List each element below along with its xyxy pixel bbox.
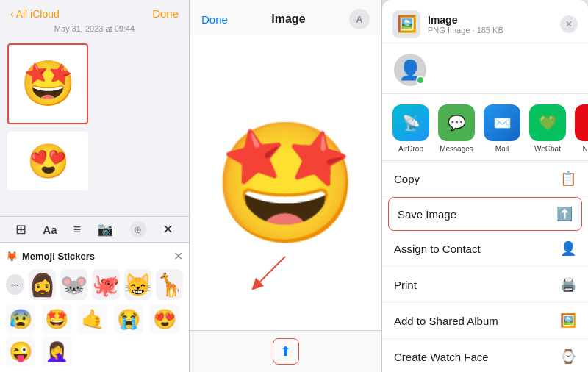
- camera-icon[interactable]: 📷: [97, 221, 113, 237]
- close-keyboard-icon[interactable]: ✕: [162, 221, 173, 237]
- second-image[interactable]: 😍: [7, 132, 88, 190]
- middle-title: Image: [271, 12, 305, 26]
- sticker-item-6[interactable]: 😜: [6, 337, 35, 366]
- action-list: Copy 📋 Save Image ⬆️ Assign to Contact 👤…: [382, 161, 588, 372]
- done-button-left[interactable]: Done: [152, 7, 179, 20]
- mail-icon: ✉️: [484, 104, 520, 141]
- image-list: 🤩 😍: [0, 37, 189, 216]
- watch-face-label: Create Watch Face: [394, 351, 489, 363]
- file-info: Image PNG Image · 185 KB: [428, 14, 560, 35]
- at-icon[interactable]: ⊕: [130, 221, 146, 237]
- file-meta: PNG Image · 185 KB: [428, 26, 560, 35]
- sticker-item-1[interactable]: 😰: [6, 304, 35, 334]
- selected-image[interactable]: 🤩: [7, 43, 88, 124]
- close-x-icon: ✕: [565, 19, 573, 29]
- print-label: Print: [394, 279, 417, 291]
- watch-face-icon: ⌚: [560, 348, 576, 365]
- memoji-image-1: 🤩: [21, 62, 76, 106]
- sticker-cat4[interactable]: 😸: [124, 269, 151, 300]
- grid-icon[interactable]: ⊞: [15, 221, 26, 237]
- airdrop-icon: 📡: [392, 104, 429, 141]
- action-save-image[interactable]: Save Image ⬆️: [388, 197, 582, 231]
- share-target-airdrop[interactable]: 📡 AirDrop: [392, 104, 429, 153]
- share-sheet-header: 🖼️ Image PNG Image · 185 KB ✕: [382, 0, 588, 46]
- action-assign-contact[interactable]: Assign to Contact 👤: [382, 231, 588, 267]
- action-copy[interactable]: Copy 📋: [382, 161, 588, 197]
- online-indicator: [416, 76, 425, 85]
- netflix-label: Netfl...: [583, 145, 588, 153]
- wechat-label: WeChat: [534, 145, 561, 153]
- share-sheet-close-button[interactable]: ✕: [560, 15, 578, 33]
- middle-avatar-btn[interactable]: A: [349, 9, 370, 29]
- messages-icon: 💬: [438, 104, 475, 141]
- assign-contact-icon: 👤: [560, 240, 576, 257]
- bullet-icon[interactable]: ≡: [74, 222, 82, 237]
- sticker-item-7[interactable]: 🤦‍♀️: [42, 337, 71, 366]
- contact-row: 👤: [382, 46, 588, 94]
- shared-album-label: Add to Shared Album: [394, 315, 498, 327]
- file-icon: 🖼️: [392, 10, 420, 38]
- sticker-categories: ··· 🧔‍♀️ 🐭 🐙 😸 🦒: [6, 269, 183, 300]
- file-name: Image: [428, 14, 560, 26]
- airdrop-label: AirDrop: [398, 145, 423, 153]
- sticker-grid: 😰 🤩 🤙 😭 😍 😜 🤦‍♀️: [6, 304, 183, 366]
- share-target-messages[interactable]: 💬 Messages: [438, 104, 475, 153]
- share-target-netflix[interactable]: N Netfl...: [575, 104, 588, 153]
- messages-label: Messages: [440, 145, 473, 153]
- sticker-panel-header: 🦊 Memoji Stickers ✕: [6, 249, 183, 263]
- done-button-middle[interactable]: Done: [201, 13, 228, 26]
- middle-panel: Done Image A 🤩 ⬆: [190, 0, 382, 372]
- wechat-icon: 💚: [529, 104, 566, 141]
- print-icon: 🖨️: [560, 276, 576, 293]
- sticker-item-5[interactable]: 😍: [150, 304, 179, 334]
- copy-label: Copy: [394, 173, 420, 185]
- text-icon[interactable]: Aa: [43, 223, 57, 236]
- timestamp: May 31, 2023 at 09:44: [0, 23, 189, 37]
- compose-toolbar: ⊞ Aa ≡ 📷 ⊕ ✕: [0, 216, 189, 243]
- save-image-label: Save Image: [398, 208, 456, 221]
- sticker-panel-label: Memoji Stickers: [22, 251, 95, 262]
- sticker-item-3[interactable]: 🤙: [78, 304, 107, 334]
- contact-avatar: 👤: [394, 54, 426, 86]
- sticker-panel-title: 🦊 Memoji Stickers: [6, 251, 95, 262]
- assign-contact-label: Assign to Contact: [394, 243, 481, 255]
- share-target-mail[interactable]: ✉️ Mail: [484, 104, 520, 153]
- sticker-panel: 🦊 Memoji Stickers ✕ ··· 🧔‍♀️ 🐭 🐙 😸 🦒 😰 🤩…: [0, 243, 189, 372]
- action-print[interactable]: Print 🖨️: [382, 267, 588, 303]
- back-label[interactable]: All iCloud: [16, 8, 60, 20]
- share-bar: ⬆: [190, 330, 381, 372]
- action-watch-face[interactable]: Create Watch Face ⌚: [382, 339, 588, 372]
- avatar-label: A: [356, 14, 362, 25]
- sticker-cat5[interactable]: 🦒: [156, 269, 183, 300]
- main-memoji: 🤩: [212, 124, 359, 242]
- memoji-image-2: 😍: [27, 144, 69, 178]
- chevron-left-icon: ‹: [10, 8, 14, 20]
- save-image-icon: ⬆️: [556, 206, 573, 222]
- middle-header: Done Image A: [190, 0, 381, 35]
- image-file-icon: 🖼️: [397, 15, 417, 34]
- back-button[interactable]: ‹ All iCloud: [10, 8, 60, 20]
- left-panel: ‹ All iCloud Done May 31, 2023 at 09:44 …: [0, 0, 190, 372]
- sticker-more-button[interactable]: ···: [6, 274, 24, 295]
- share-button[interactable]: ⬆: [273, 338, 299, 365]
- action-shared-album[interactable]: Add to Shared Album 🖼️: [382, 303, 588, 339]
- shared-album-icon: 🖼️: [560, 312, 576, 329]
- sticker-item-4[interactable]: 😭: [114, 304, 143, 334]
- sticker-panel-icon: 🦊: [6, 251, 18, 262]
- share-targets-row: 📡 AirDrop 💬 Messages ✉️ Mail 💚 WeChat N: [382, 94, 588, 161]
- sticker-cat2[interactable]: 🐭: [60, 269, 87, 300]
- mail-label: Mail: [495, 145, 509, 153]
- sticker-cat1[interactable]: 🧔‍♀️: [29, 269, 56, 300]
- main-image-area: 🤩: [190, 35, 381, 330]
- sticker-cat3[interactable]: 🐙: [92, 269, 119, 300]
- netflix-icon: N: [575, 104, 588, 141]
- sticker-item-2[interactable]: 🤩: [42, 304, 71, 334]
- share-arrow: [241, 249, 300, 293]
- share-target-wechat[interactable]: 💚 WeChat: [529, 104, 566, 153]
- right-panel: 🖼️ Image PNG Image · 185 KB ✕ 👤 📡 AirDro…: [382, 0, 588, 372]
- share-icon: ⬆: [280, 343, 291, 360]
- sticker-panel-close-button[interactable]: ✕: [173, 249, 183, 263]
- left-header: ‹ All iCloud Done: [0, 0, 189, 23]
- copy-icon: 📋: [560, 171, 576, 187]
